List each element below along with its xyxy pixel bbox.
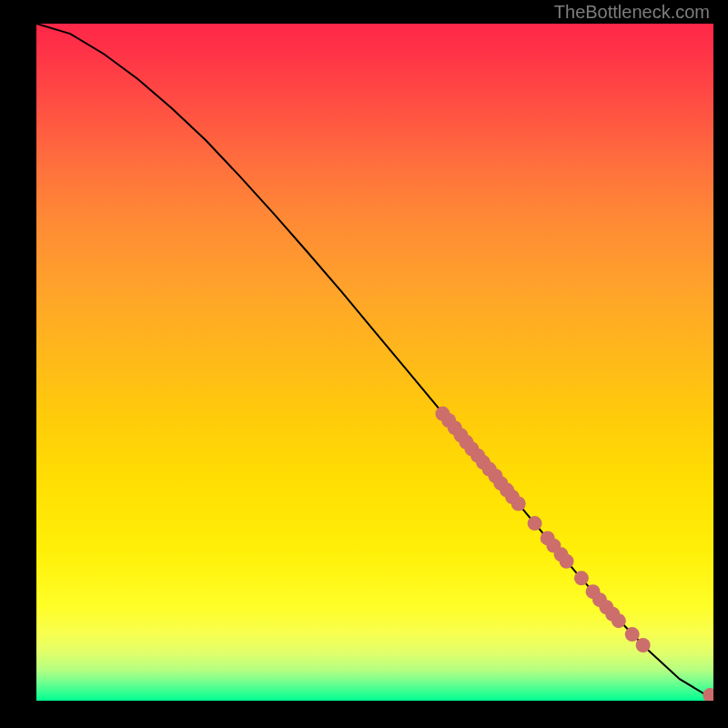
chart-data-point <box>511 496 526 511</box>
attribution-text: TheBottleneck.com <box>554 2 710 23</box>
chart-svg <box>36 24 713 701</box>
chart-data-point <box>636 638 651 652</box>
chart-data-point <box>574 571 589 585</box>
chart-curve <box>36 24 713 700</box>
chart-data-point <box>612 613 626 628</box>
chart-data-point <box>625 627 640 642</box>
chart-data-point <box>560 554 574 569</box>
chart-data-point <box>528 516 542 531</box>
chart-points-group <box>435 407 713 701</box>
chart-plot-area <box>36 24 713 701</box>
